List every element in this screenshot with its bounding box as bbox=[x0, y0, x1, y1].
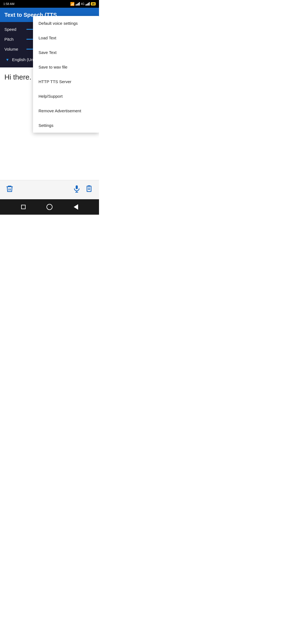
menu-item-settings[interactable]: Settings bbox=[33, 118, 99, 133]
menu-item-load-text[interactable]: Load Text bbox=[33, 31, 99, 45]
menu-item-save-text[interactable]: Save Text bbox=[33, 45, 99, 60]
menu-item-save-wav[interactable]: Save to wav file bbox=[33, 60, 99, 74]
menu-overlay[interactable]: Default voice settingsLoad TextSave Text… bbox=[0, 0, 99, 215]
menu-item-remove-ad[interactable]: Remove Advertisement bbox=[33, 103, 99, 118]
menu-item-help[interactable]: Help/Support bbox=[33, 89, 99, 103]
menu-item-default-voice[interactable]: Default voice settings bbox=[33, 16, 99, 31]
dropdown-menu: Default voice settingsLoad TextSave Text… bbox=[33, 16, 99, 133]
menu-item-http-tts[interactable]: HTTP TTS Server bbox=[33, 74, 99, 89]
